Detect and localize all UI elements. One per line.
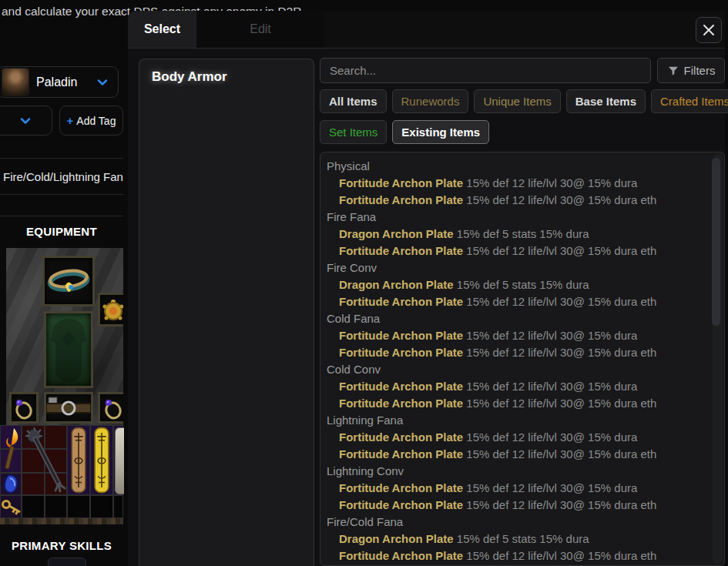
- filter-row-1: All ItemsRunewordsUnique ItemsBase Items…: [320, 89, 728, 113]
- skill-slot-stub: [48, 558, 86, 566]
- flail-icon[interactable]: [22, 427, 67, 494]
- item-row[interactable]: Fortitude Archon Plate 15% def 12 life/l…: [327, 327, 707, 344]
- slot-amulet[interactable]: [98, 293, 123, 327]
- item-row[interactable]: Dragon Archon Plate 15% def 5 stats 15% …: [327, 276, 707, 293]
- filter-button-crafted-items[interactable]: Crafted Items: [651, 89, 728, 113]
- circlet-icon: [47, 261, 90, 301]
- search-input[interactable]: [320, 58, 651, 83]
- item-row[interactable]: Fortitude Archon Plate 15% def 12 life/l…: [327, 243, 707, 260]
- equipment-header: EQUIPMENT: [0, 225, 123, 238]
- divider: [0, 194, 123, 195]
- filter-button-all-items[interactable]: All Items: [320, 89, 387, 113]
- item-row[interactable]: Fortitude Archon Plate 15% def 12 life/l…: [327, 344, 707, 361]
- amulet-icon: [102, 296, 123, 323]
- item-name: Fortitude Archon Plate: [339, 447, 463, 461]
- slot-ring-left[interactable]: [9, 392, 39, 424]
- item-row[interactable]: Dragon Archon Plate 15% def 5 stats 15% …: [327, 531, 707, 548]
- item-row[interactable]: Fortitude Archon Plate 15% def 12 life/l…: [327, 378, 707, 395]
- divider: [128, 48, 725, 49]
- build-name-item[interactable]: Fire/Cold/Lightning Fan: [3, 170, 123, 183]
- paladin-avatar: [2, 68, 29, 96]
- item-name: Dragon Archon Plate: [339, 532, 454, 545]
- divider: [0, 158, 123, 159]
- filter-buttons: All ItemsRunewordsUnique ItemsBase Items…: [320, 89, 728, 151]
- blue-charm-icon[interactable]: [2, 474, 21, 494]
- item-row[interactable]: Fortitude Archon Plate 15% def 12 life/l…: [327, 497, 707, 514]
- slot-helmet[interactable]: [42, 256, 95, 306]
- filter-button-runewords[interactable]: Runewords: [392, 89, 469, 113]
- item-list-panel: PhysicalFortitude Archon Plate 15% def 1…: [320, 152, 725, 566]
- item-row[interactable]: Fortitude Archon Plate 15% def 12 life/l…: [327, 429, 707, 446]
- item-name: Fortitude Archon Plate: [339, 176, 463, 189]
- item-name: Dragon Archon Plate: [339, 278, 454, 291]
- tan-scroll-charm-icon[interactable]: [69, 427, 89, 494]
- item-stats: 15% def 12 life/lvl 30@ 15% dura eth: [463, 346, 656, 359]
- chevron-down-icon: [18, 113, 33, 129]
- item-stats: 15% def 5 stats 15% dura: [454, 227, 589, 240]
- item-name: Fortitude Archon Plate: [339, 380, 463, 393]
- category-title[interactable]: Body Armor: [139, 59, 314, 95]
- item-stats: 15% def 12 life/lvl 30@ 15% dura eth: [463, 244, 656, 257]
- class-selector-label: Paladin: [36, 75, 77, 89]
- item-name: Fortitude Archon Plate: [339, 481, 463, 494]
- chevron-down-icon: [95, 75, 110, 90]
- filter-button-base-items[interactable]: Base Items: [566, 89, 646, 113]
- item-stats: 15% def 12 life/lvl 30@ 15% dura eth: [463, 295, 656, 308]
- item-stats: 15% def 12 life/lvl 30@ 15% dura: [463, 329, 637, 342]
- inventory-grid[interactable]: [0, 425, 123, 518]
- item-name: Fortitude Archon Plate: [339, 193, 463, 206]
- item-name: Fortitude Archon Plate: [339, 295, 463, 308]
- item-stats: 15% def 5 stats 15% dura: [454, 532, 589, 545]
- item-group-header: Fire Conv: [327, 260, 707, 276]
- divider: [0, 216, 123, 216]
- item-row[interactable]: Fortitude Archon Plate 15% def 12 life/l…: [327, 395, 707, 412]
- close-icon: [702, 23, 716, 37]
- item-name: Dragon Archon Plate: [339, 227, 454, 240]
- item-list: PhysicalFortitude Archon Plate 15% def 1…: [327, 158, 707, 564]
- equipment-panel: [6, 248, 123, 429]
- slot-belt[interactable]: [44, 392, 93, 424]
- item-stats: 15% def 12 life/lvl 30@ 15% dura: [463, 176, 637, 189]
- white-item-icon[interactable]: [115, 427, 124, 494]
- filters-button[interactable]: Filters: [657, 58, 725, 83]
- item-row[interactable]: Fortitude Archon Plate 15% def 12 life/l…: [327, 480, 707, 497]
- add-tag-button[interactable]: + Add Tag: [59, 105, 123, 136]
- scrollbar-thumb[interactable]: [712, 158, 720, 326]
- item-stats: 15% def 12 life/lvl 30@ 15% dura eth: [463, 498, 656, 511]
- class-selector-dropdown[interactable]: Paladin: [0, 66, 119, 98]
- item-row[interactable]: Fortitude Archon Plate 15% def 12 life/l…: [327, 175, 707, 192]
- ring-icon: [102, 397, 123, 420]
- item-stats: 15% def 12 life/lvl 30@ 15% dura: [463, 481, 637, 494]
- tag-dropdown[interactable]: [0, 105, 52, 136]
- item-row[interactable]: Fortitude Archon Plate 15% def 12 life/l…: [327, 293, 707, 310]
- ring-icon: [13, 397, 35, 420]
- tab-select[interactable]: Select: [128, 11, 196, 48]
- filters-button-label: Filters: [684, 64, 716, 77]
- item-group-header: Lightning Fana: [327, 412, 707, 429]
- item-stats: 15% def 12 life/lvl 30@ 15% dura eth: [463, 447, 656, 461]
- tab-edit[interactable]: Edit: [196, 11, 324, 48]
- item-group-header: Cold Fana: [327, 310, 707, 327]
- item-row[interactable]: Dragon Archon Plate 15% def 5 stats 15% …: [327, 226, 707, 243]
- item-stats: 15% def 12 life/lvl 30@ 15% dura eth: [463, 397, 656, 410]
- slot-ring-right[interactable]: [98, 392, 123, 424]
- item-name: Fortitude Archon Plate: [339, 244, 463, 257]
- item-row[interactable]: Fortitude Archon Plate 15% def 12 life/l…: [327, 192, 707, 209]
- filter-button-existing-items[interactable]: Existing Items: [392, 120, 489, 144]
- item-row[interactable]: Fortitude Archon Plate 15% def 12 life/l…: [327, 446, 707, 463]
- app-root: and calculate your exact DPS against any…: [0, 0, 728, 566]
- filter-button-set-items[interactable]: Set Items: [320, 120, 387, 144]
- close-button[interactable]: [696, 17, 722, 43]
- key-icon[interactable]: [2, 499, 22, 516]
- yellow-scroll-charm-icon[interactable]: [92, 427, 112, 494]
- item-group-header: Lightning Conv: [327, 463, 707, 480]
- slot-body-armor[interactable]: [44, 311, 93, 388]
- item-row[interactable]: Fortitude Archon Plate 15% def 12 life/l…: [327, 548, 707, 564]
- item-stats: 15% def 12 life/lvl 30@ 15% dura eth: [463, 549, 656, 562]
- item-name: Fortitude Archon Plate: [339, 549, 463, 562]
- item-select-modal: Select Edit Body Armor Filters All Items…: [128, 11, 725, 566]
- torch-icon[interactable]: [2, 427, 22, 472]
- belt-icon: [46, 395, 91, 421]
- filter-button-unique-items[interactable]: Unique Items: [474, 89, 560, 113]
- primary-skills-header: PRIMARY SKILLS: [0, 539, 123, 552]
